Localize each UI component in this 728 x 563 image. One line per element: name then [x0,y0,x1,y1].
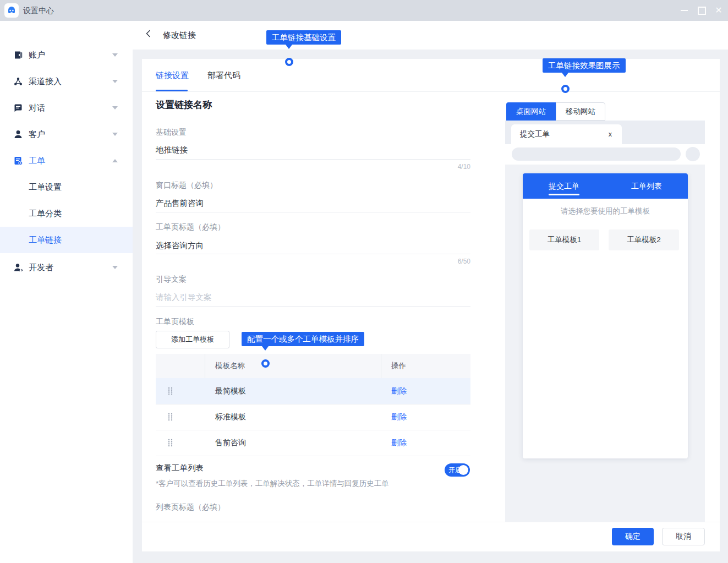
sidebar-item-tickets[interactable]: 工单 [0,147,133,174]
basic-name-label: 基础设置 [156,128,187,138]
device-tab-desktop[interactable]: 桌面网站 [506,102,556,121]
page-title: 修改链接 [163,21,196,50]
active-tab-underline [156,90,188,91]
input-underline [156,306,470,307]
minimize-icon [681,10,688,11]
close-icon: ✕ [715,6,722,15]
window-title: 设置中心 [23,0,54,21]
sidebar-item-ticket-links[interactable]: 工单链接 [0,227,133,253]
sidebar-item-label: 开发者 [29,263,53,273]
page-header [133,21,728,50]
sidebar-item-label: 工单 [29,156,45,166]
sidebar: 账户 渠道接入 对话 客户 [0,21,133,563]
drag-handle-icon[interactable] [168,413,173,421]
tab-deploy-code[interactable]: 部署代码 [207,59,240,91]
back-button[interactable] [144,29,156,41]
ticket-icon [13,156,23,166]
callout-basic-settings: 工单链接基础设置 [266,30,341,45]
chevron-down-icon [112,266,118,269]
confirm-button[interactable]: 确定 [612,528,654,545]
toggle-knob [458,465,468,475]
address-bar [512,147,681,161]
guide-text-label: 引导文案 [156,275,187,285]
sidebar-item-customers[interactable]: 客户 [0,121,133,147]
callout-hotspot-ring [261,359,270,368]
browser-address-row [505,144,705,165]
basic-name-counter: 4/10 [156,163,470,171]
account-icon [13,50,23,60]
delete-link[interactable]: 删除 [391,438,407,447]
template-name-column-header: 模板名称 [205,354,381,378]
chevron-down-icon [112,53,118,57]
browser-chrome: 提交工单 x [505,121,705,144]
sidebar-item-ticket-categories[interactable]: 工单分类 [0,200,133,227]
callout-pointer [562,73,568,77]
drag-handle-icon[interactable] [168,387,173,395]
tab-link-settings[interactable]: 链接设置 [156,59,189,91]
cancel-button[interactable]: 取消 [662,528,705,545]
widget-template-button-1[interactable]: 工单模板1 [529,229,599,250]
channel-access-icon [13,76,23,86]
delete-link[interactable]: 删除 [391,412,407,421]
browser-tab-title: 提交工单 [520,124,550,144]
input-underline [156,159,470,160]
settings-center-window: 设置中心 ✕ 账户 渠道接入 对话 [0,0,728,563]
sidebar-item-conversation[interactable]: 对话 [0,95,133,121]
widget-header: 提交工单 工单列表 [523,173,688,199]
chevron-up-icon [112,159,118,162]
close-button[interactable]: ✕ [710,0,727,21]
app-logo-icon [4,3,19,18]
sidebar-item-label: 账户 [29,50,45,61]
sidebar-item-ticket-settings[interactable]: 工单设置 [0,174,133,200]
drag-column-header [156,354,205,378]
browser-avatar [686,147,700,161]
sidebar-item-account[interactable]: 账户 [0,42,133,68]
drag-handle-icon[interactable] [168,439,173,447]
sidebar-item-label: 对话 [29,103,45,113]
guide-text-input[interactable]: 请输入引导文案 [156,292,212,303]
ticket-widget-preview: 提交工单 工单列表 请选择您要使用的工单模板 工单模板1 工单模板2 [523,173,688,458]
input-underline [156,254,470,254]
browser-tab-close-icon[interactable]: x [609,124,612,144]
page-title-input[interactable]: 选择咨询方向 [156,240,204,251]
table-row[interactable]: 标准模板 删除 [156,404,470,430]
template-name: 售前咨询 [205,438,381,448]
device-tab-mobile[interactable]: 移动网站 [556,102,605,121]
widget-tab-list[interactable]: 工单列表 [605,173,688,199]
delete-link[interactable]: 删除 [391,386,407,395]
widget-template-button-2[interactable]: 工单模板2 [609,229,679,250]
template-name: 标准模板 [205,412,381,422]
window-title-input[interactable]: 产品售前咨询 [156,198,204,209]
chevron-left-icon [144,29,154,39]
sidebar-item-label: 工单设置 [29,182,62,193]
maximize-button[interactable] [693,0,710,21]
list-page-title-label: 列表页标题（必填） [156,502,225,512]
widget-active-tab-underline [549,194,579,195]
robot-face-icon [7,6,17,15]
sidebar-item-label: 工单分类 [29,209,62,219]
input-underline [156,212,470,212]
chevron-down-icon [112,133,118,136]
template-name: 最简模板 [205,386,381,396]
callout-configure-templates: 配置一个或多个工单模板并排序 [242,332,364,346]
sidebar-item-channels[interactable]: 渠道接入 [0,68,133,95]
browser-tab[interactable]: 提交工单 x [511,124,622,144]
sidebar-item-developer[interactable]: 开发者 [0,254,133,281]
chevron-down-icon [112,106,118,110]
widget-hint: 请选择您要使用的工单模板 [523,206,688,216]
chat-icon [13,103,23,113]
sidebar-item-label: 客户 [29,129,45,140]
sidebar-item-label: 工单链接 [29,235,62,245]
callout-pointer [262,346,269,351]
add-template-button[interactable]: 添加工单模板 [156,331,229,348]
callout-hotspot-ring [285,58,293,66]
ticket-template-label: 工单页模板 [156,317,194,327]
basic-name-input[interactable]: 地推链接 [156,145,188,155]
table-row[interactable]: 售前咨询 删除 [156,430,470,456]
section-title: 设置链接名称 [156,99,212,111]
ticket-list-toggle[interactable]: 开启 [445,463,470,477]
customer-icon [13,129,23,139]
minimize-button[interactable] [676,0,692,21]
view-ticket-list-label: 查看工单列表 [156,463,204,473]
table-row[interactable]: 最简模板 删除 [156,378,470,405]
